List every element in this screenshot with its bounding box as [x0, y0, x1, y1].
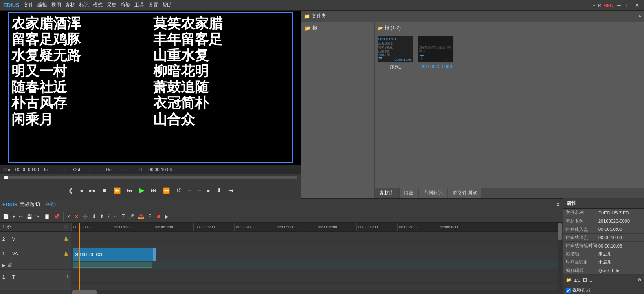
play-btn[interactable]: ▶ — [138, 186, 146, 195]
va1-expand-btn[interactable]: ▶ — [2, 263, 6, 267]
tab-effects[interactable]: 特效 — [399, 188, 418, 198]
tl-ripple-del-btn[interactable]: ✕ — [66, 213, 72, 220]
bin-second-header: 📂 根 (1/2) — [375, 22, 644, 33]
timeline-seq-label: 序列1 — [46, 201, 57, 208]
audio-sub-track[interactable] — [71, 261, 558, 269]
mark-out-btn[interactable]: ⏤ — [196, 186, 202, 195]
menu-help[interactable]: 帮助 — [162, 2, 172, 9]
in-out-btn[interactable]: ⏤ — [186, 186, 193, 195]
timeline-close-btn[interactable]: ✕ — [556, 202, 560, 208]
scrub-bar[interactable] — [0, 174, 301, 181]
prev-frame-btn[interactable]: ◂ — [78, 186, 84, 195]
bin-item-seq1[interactable]: 农家腊酒浑 留客足鸡豚 山重水复 柳暗花明 主 00:00:10:06 00:0… — [377, 36, 414, 70]
next-key-btn[interactable]: ▸ — [206, 186, 212, 195]
tl-mic-btn[interactable]: 🎤 — [127, 213, 136, 220]
tl-add-clip-btn[interactable]: ➕ — [81, 213, 90, 220]
menu-capture[interactable]: 采集 — [107, 2, 116, 9]
tl-save-btn[interactable]: 💾 — [25, 213, 34, 220]
prev-key-btn[interactable]: ▸◂ — [88, 186, 97, 195]
tl-stretch-btn[interactable]: ↔ — [112, 213, 119, 220]
va1-lock-btn[interactable]: 🔒 — [64, 252, 68, 256]
timeline-area: EDIUS 无标题43 序列1 ✕ 📄 ▾ ↩ 💾 ✂ 📋 📌 ✕ ✕ ➕ ⬇ … — [0, 198, 563, 294]
menu-view[interactable]: 视图 — [51, 2, 61, 9]
ruler-2: 00:00:10:00 — [153, 223, 193, 231]
tl-lift-btn[interactable]: ⬆ — [99, 213, 105, 220]
tl-new-btn[interactable]: 📄 — [2, 213, 10, 220]
tab-seq-markers[interactable]: 序列标记 — [419, 188, 447, 198]
tl-split-btn[interactable]: ⧸ — [106, 213, 111, 220]
tl-cut-btn[interactable]: ✂ — [35, 213, 42, 220]
tl-overwrite-btn[interactable]: ⬇ — [91, 213, 97, 220]
timeline-content[interactable]: 00:00:00:00 00:00:05:00 00:00:10:00 00:0… — [71, 223, 558, 290]
menu-media[interactable]: 素材 — [65, 2, 75, 9]
plr-badge: PLR — [593, 3, 601, 8]
tl-del-btn[interactable]: ✕ — [73, 213, 80, 220]
t1-lock-btn[interactable]: T — [66, 274, 68, 279]
ttl-timecode: 00:00:10:06 — [148, 167, 172, 172]
clip-handle[interactable] — [153, 248, 156, 261]
step-back-btn[interactable]: ⏮ — [125, 186, 134, 195]
clip-block-va1[interactable]: 20160623-0000 — [73, 248, 156, 261]
tl-preview-btn[interactable]: ▶ — [164, 213, 170, 220]
timeline-hscrollbar[interactable] — [71, 290, 563, 294]
menu-edit[interactable]: 编辑 — [37, 2, 47, 9]
seq-overlay: 主 — [378, 56, 382, 62]
preview-canvas[interactable]: 农家腊酒浑 留客足鸡豚 水复疑无路 明又一村 随春社近 朴古风存 闲乘月 莫笑农… — [8, 12, 293, 163]
ruler-8: 00:00:40:00 — [397, 223, 438, 231]
close-btn[interactable]: ✕ — [633, 2, 641, 8]
bin-close-btn[interactable]: ✕ — [638, 13, 642, 19]
tl-mixer-btn[interactable]: 🎚 — [147, 213, 154, 220]
scrub-track[interactable] — [4, 176, 297, 179]
nav-label: 根 (1/2) — [385, 24, 401, 31]
preview-area: 农家腊酒浑 留客足鸡豚 水复疑无路 明又一村 随春社近 朴古风存 闲乘月 莫笑农… — [0, 11, 301, 198]
tl-text-btn[interactable]: T — [121, 213, 126, 220]
master-expand-btn[interactable]: ⬛ — [64, 225, 68, 229]
minimize-btn[interactable]: ─ — [615, 2, 622, 8]
menu-mode[interactable]: 模式 — [93, 2, 103, 9]
menu-file[interactable]: 文件 — [24, 2, 33, 9]
tab-bin[interactable]: 素材库 — [375, 188, 398, 198]
tl-export-btn[interactable]: 📤 — [137, 213, 145, 220]
tl-copy-btn[interactable]: 📋 — [43, 213, 51, 220]
tl-undo-btn[interactable]: ↩ — [18, 213, 24, 220]
prop-val-filename: D:\EDIUS 7\ED... — [598, 210, 642, 215]
vscrollbar-thumb[interactable] — [558, 223, 562, 240]
timeline-vscrollbar[interactable] — [558, 223, 563, 290]
tl-chevron-btn[interactable]: ▾ — [11, 213, 16, 220]
menu-tools[interactable]: 工具 — [134, 2, 144, 9]
v2-controls: 🔒 — [64, 237, 68, 241]
tl-rec-btn[interactable]: ⏺ — [155, 213, 163, 220]
audio-clip-block[interactable] — [73, 262, 152, 268]
scrub-handle[interactable] — [4, 176, 8, 179]
ruler-3: 00:00:15:00 — [193, 223, 234, 231]
maximize-btn[interactable]: □ — [625, 2, 631, 8]
stop-btn[interactable]: ⏹ — [100, 186, 109, 195]
tab-source-browser[interactable]: 源文件浏览 — [448, 188, 481, 198]
track-label-va1-group: 1 VA 🔒 ▶ 🔊 — [0, 246, 71, 270]
rewind-btn[interactable]: ⏪ — [112, 186, 122, 195]
ruler-5: 00:00:25:00 — [275, 223, 316, 231]
hscrollbar-thumb[interactable] — [72, 290, 97, 294]
loop-btn[interactable]: ↺ — [175, 186, 183, 195]
ripple-btn[interactable]: ⇥ — [226, 186, 235, 195]
mark-in-btn[interactable]: ❮ — [67, 186, 75, 195]
bin-folder-icon: 📁 — [304, 13, 310, 19]
timeline-track-va1[interactable]: 20160623-0000 — [71, 246, 558, 269]
video-layout-checkbox[interactable] — [566, 288, 571, 293]
tl-paste-btn[interactable]: 📌 — [53, 213, 61, 220]
bin-item-title1[interactable]: 农家腊酒留客足山水明柳暗花 T --:--:-- 20160623-0000 — [418, 36, 455, 70]
fast-fwd-btn[interactable]: ⏩ — [161, 186, 171, 195]
timeline-track-t1[interactable] — [71, 269, 558, 284]
timeline-track-v2[interactable] — [71, 232, 558, 246]
track-label-t1: 1 T T — [0, 270, 71, 284]
overwrite-btn[interactable]: ⬇ — [215, 186, 223, 195]
menu-render[interactable]: 渲染 — [121, 2, 130, 9]
step-fwd-btn[interactable]: ⏭ — [149, 186, 158, 195]
va1-audio-btn[interactable]: 🔊 — [7, 263, 12, 267]
tree-root-item[interactable]: 📂 根 — [303, 24, 373, 32]
cur-label: Cur — [3, 167, 11, 172]
menu-settings[interactable]: 设置 — [148, 2, 158, 9]
v2-lock-btn[interactable]: 🔒 — [64, 237, 68, 241]
gear-icon-sm[interactable]: ⚙ — [637, 277, 642, 283]
menu-mark[interactable]: 标记 — [79, 2, 89, 9]
